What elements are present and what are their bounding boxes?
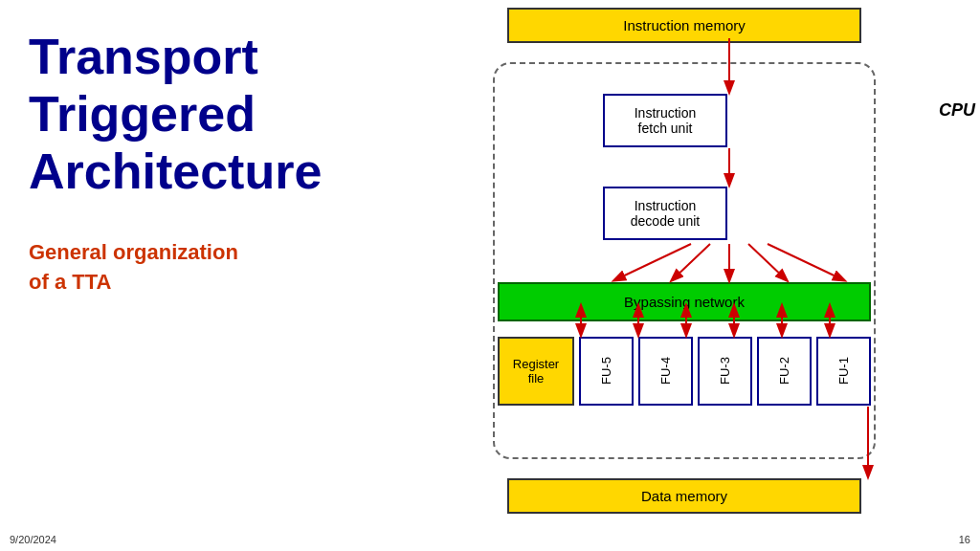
fu1-box: FU-1: [816, 337, 871, 406]
fu2-box: FU-2: [757, 337, 812, 406]
data-memory-box: Data memory: [507, 478, 861, 514]
subtitle: General organization of a TTA: [29, 238, 412, 298]
diagram-area: Instruction memory CPU Instruction fetch…: [479, 0, 980, 551]
fu3-box: FU-3: [698, 337, 752, 406]
footer-date: 9/20/2024: [10, 534, 56, 545]
decode-unit-box: Instruction decode unit: [603, 187, 727, 240]
bottom-boxes: Registerfile FU-5 FU-4 FU-3 FU-2 FU-1: [498, 337, 871, 406]
slide: Transport Triggered Architecture General…: [0, 0, 980, 551]
main-title: Transport Triggered Architecture: [29, 29, 412, 200]
fetch-unit-box: Instruction fetch unit: [603, 94, 727, 147]
bypassing-network-box: Bypassing network: [498, 282, 871, 321]
register-file-box: Registerfile: [498, 337, 574, 406]
fu4-box: FU-4: [638, 337, 693, 406]
title-area: Transport Triggered Architecture General…: [29, 29, 412, 298]
cpu-label: CPU: [939, 100, 975, 121]
instruction-memory-box: Instruction memory: [507, 8, 861, 43]
fu5-box: FU-5: [579, 337, 634, 406]
